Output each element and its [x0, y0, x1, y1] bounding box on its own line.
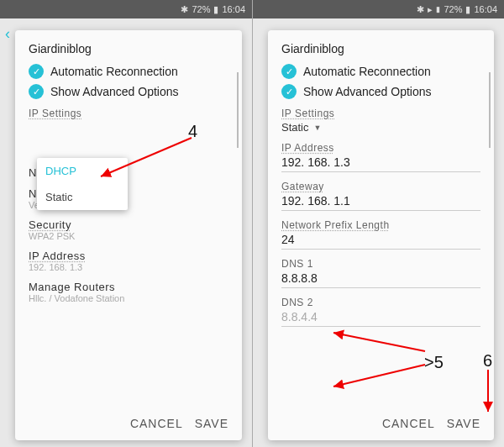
ip-settings-label: IP Settings [281, 108, 480, 119]
prefix-label: Network Prefix Length [281, 219, 480, 231]
show-advanced-label: Show Advanced Options [303, 85, 432, 98]
bluetooth-icon: ✱ [181, 4, 188, 15]
status-bar: ✱ ▸ ▮ 72% ▮ 16:04 [253, 0, 504, 18]
auto-reconnect-row[interactable]: ✓ Automatic Reconnection [281, 64, 480, 79]
battery-icon: ▮ [213, 4, 218, 15]
dns1-field[interactable]: 8.8.8.8 [281, 270, 480, 288]
battery-pct: 72% [192, 4, 210, 14]
ip-settings-label: IP Settings [29, 108, 228, 119]
cancel-button[interactable]: CANCEL [382, 417, 435, 430]
security-value: WPA2 PSK [29, 231, 228, 241]
scrollbar[interactable] [489, 72, 491, 148]
auto-reconnect-label: Automatic Reconnection [50, 65, 178, 78]
routers-value: Hllc. / Vodafone Station [29, 293, 228, 303]
dialog-title: Giardiniblog [281, 42, 480, 55]
ip-settings-dropdown[interactable]: Static ▼ [281, 121, 480, 134]
cancel-button[interactable]: CANCEL [130, 417, 183, 430]
dns1-label: DNS 1 [281, 258, 480, 270]
clock: 16:04 [222, 4, 245, 14]
wifi-icon: ▸ [428, 4, 433, 15]
clock: 16:04 [474, 4, 497, 14]
ip-settings-value: Static [281, 121, 309, 134]
security-label: Security [29, 218, 228, 231]
option-dhcp[interactable]: DHCP [37, 158, 128, 184]
ip-address-label: IP Address [281, 142, 480, 154]
check-icon: ✓ [29, 84, 44, 99]
routers-label[interactable]: Manage Routers [29, 281, 228, 293]
battery-icon: ▮ [465, 4, 470, 15]
ip-address-label: IP Address [29, 250, 228, 262]
gateway-label: Gateway [281, 181, 480, 192]
phone-left: ✱ 72% ▮ 16:04 ‹ Giardiniblog ✓ Automatic… [0, 0, 252, 447]
ip-address-value: 192. 168. 1.3 [29, 262, 228, 272]
dialog-title: Giardiniblog [29, 42, 228, 55]
wifi-dialog: Giardiniblog ✓ Automatic Reconnection ✓ … [268, 30, 494, 440]
battery-pct: 72% [444, 4, 462, 14]
auto-reconnect-label: Automatic Reconnection [303, 65, 431, 78]
save-button[interactable]: SAVE [447, 417, 480, 430]
option-static[interactable]: Static [37, 184, 128, 210]
ip-settings-dropdown: DHCP Static [37, 158, 128, 210]
prefix-field[interactable]: 24 [281, 231, 480, 250]
bluetooth-icon: ✱ [417, 4, 424, 15]
show-advanced-row[interactable]: ✓ Show Advanced Options [29, 84, 228, 99]
status-bar: ✱ 72% ▮ 16:04 [0, 0, 252, 18]
show-advanced-row[interactable]: ✓ Show Advanced Options [281, 84, 480, 99]
check-icon: ✓ [29, 64, 44, 79]
check-icon: ✓ [281, 84, 297, 99]
signal-icon: ▮ [436, 5, 440, 13]
show-advanced-label: Show Advanced Options [50, 85, 179, 98]
gateway-field[interactable]: 192. 168. 1.1 [281, 192, 480, 211]
auto-reconnect-row[interactable]: ✓ Automatic Reconnection [29, 64, 228, 79]
ip-address-field[interactable]: 192. 168. 1.3 [281, 154, 480, 172]
check-icon: ✓ [281, 64, 297, 79]
dns2-label: DNS 2 [281, 297, 480, 308]
back-icon[interactable]: ‹ [5, 25, 10, 43]
chevron-down-icon: ▼ [314, 124, 322, 132]
scrollbar[interactable] [237, 72, 239, 148]
wifi-dialog: Giardiniblog ✓ Automatic Reconnection ✓ … [15, 30, 242, 440]
save-button[interactable]: SAVE [195, 417, 228, 430]
phone-right: ✱ ▸ ▮ 72% ▮ 16:04 Giardiniblog ✓ Automat… [252, 0, 504, 447]
dns2-field[interactable]: 8.8.4.4 [281, 308, 480, 327]
